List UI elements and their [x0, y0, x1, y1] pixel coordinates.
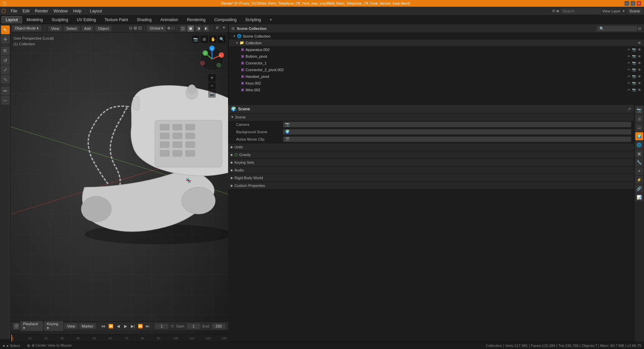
collection-expand[interactable]: ▼	[235, 41, 238, 45]
annotate-tool-button[interactable]: ✏	[1, 87, 10, 95]
expand-panel-btn[interactable]: ↗	[627, 106, 631, 112]
frame-numbers[interactable]: 1 10 20 30 40 50 60 70 80 90 100 110 120…	[11, 334, 228, 342]
filter-icon-outliner[interactable]: ⊟	[638, 26, 641, 31]
marker-dropdown[interactable]: Marker	[79, 323, 96, 329]
gravity-checkbox[interactable]: ☑	[234, 153, 238, 157]
play-button[interactable]: ▶	[122, 323, 129, 330]
jump-start-button[interactable]: ⏮	[100, 323, 107, 330]
step-forward-button[interactable]: ▶|	[129, 323, 136, 330]
menu-window[interactable]: Window	[51, 8, 70, 14]
menu-file[interactable]: File	[8, 8, 20, 14]
tab-animation[interactable]: Animation	[156, 16, 182, 23]
eye-icon-handset[interactable]: 👁	[638, 74, 641, 79]
tab-compositing[interactable]: Compositing	[210, 16, 241, 23]
shading-wire[interactable]: ◫	[179, 26, 186, 32]
prev-keyframe-button[interactable]: ⏪	[107, 323, 114, 330]
outliner-row-scene-collection[interactable]: ▼ 🌐 Scene Collection	[229, 33, 644, 40]
camera-value[interactable]: 📷	[283, 122, 631, 127]
step-back-button[interactable]: ◀	[115, 323, 121, 330]
prop-tab-physics[interactable]: ⚡	[635, 176, 643, 184]
outliner-row-connector2[interactable]: ▣ Connector_2_pivot.002 ✏ 📷 👁	[229, 66, 644, 73]
eye-icon-connector1[interactable]: 👁	[638, 61, 641, 65]
move-tool-button[interactable]: ⇱	[1, 47, 10, 55]
camera-icon-connector1[interactable]: 📷	[632, 61, 636, 65]
scene-section-header[interactable]: ▼ Scene	[228, 113, 634, 121]
tab-modeling[interactable]: Modeling	[22, 16, 47, 23]
viewport-icon-4[interactable]: □	[172, 26, 174, 32]
viewport-icon-2[interactable]: ⊞	[133, 26, 137, 32]
camera-icon-wire[interactable]: 📷	[632, 88, 636, 92]
scene-dropdown[interactable]: Scene	[627, 8, 643, 14]
tab-layout[interactable]: Layout	[1, 16, 22, 23]
outliner-row-bottom[interactable]: ▣ Bottom_pivot ✏ 📷 👁	[229, 53, 644, 60]
select-menu[interactable]: Select	[64, 26, 79, 31]
camera-icon-keys[interactable]: 📷	[632, 81, 636, 85]
outliner-row-apparatus[interactable]: ▣ Apparatus.002 ✏ 📷 👁	[229, 46, 644, 53]
tab-add[interactable]: +	[265, 16, 276, 23]
edit-icon-keys[interactable]: ✏	[628, 81, 630, 85]
prop-tab-world[interactable]: 🌐	[635, 141, 643, 149]
outliner-search[interactable]	[597, 26, 637, 31]
search-input[interactable]	[561, 8, 601, 14]
camera-icon-handset[interactable]: 📷	[632, 74, 636, 79]
eye-icon-wire[interactable]: 👁	[638, 88, 641, 92]
viewport-icon-1[interactable]: ⊙	[129, 26, 132, 32]
window-buttons[interactable]: — □ ✕	[625, 1, 641, 6]
viewport-3d[interactable]: User Perspective (Local) (1) Collection …	[11, 33, 228, 339]
menu-edit[interactable]: Edit	[20, 8, 32, 14]
edit-icon-connector1[interactable]: ✏	[628, 61, 630, 65]
shading-material[interactable]: ◑	[195, 26, 202, 32]
edit-icon-bottom[interactable]: ✏	[628, 54, 630, 58]
tab-uv-editing[interactable]: UV Editing	[72, 16, 100, 23]
audio-section-header[interactable]: ▶ Audio	[228, 166, 634, 174]
eye-icon-bottom[interactable]: 👁	[638, 54, 641, 58]
cursor-tool-button[interactable]: ✛	[1, 35, 10, 44]
jump-end-button[interactable]: ⏭	[144, 323, 151, 330]
camera-icon-connector2[interactable]: 📷	[632, 68, 636, 72]
tab-shading[interactable]: Shading	[132, 16, 156, 23]
transform-tool-button[interactable]: ⤡	[1, 75, 10, 84]
gravity-section-header[interactable]: ▶ ☑ Gravity	[228, 151, 634, 158]
global-dropdown[interactable]: Global	[147, 26, 166, 32]
eye-icon-keys[interactable]: 👁	[638, 81, 641, 85]
scale-tool-button[interactable]: ⤢	[1, 65, 10, 74]
tab-texture-paint[interactable]: Texture Paint	[100, 16, 132, 23]
keying-sets-section-header[interactable]: ▶ Keying Sets	[228, 159, 634, 166]
rigid-body-section-header[interactable]: ▶ Rigid Body World	[228, 174, 634, 182]
navigation-gizmo[interactable]: X Y Z + − 📷	[199, 46, 225, 72]
tab-rendering[interactable]: Rendering	[182, 16, 210, 23]
end-frame-input[interactable]: 250	[212, 323, 225, 329]
prop-tab-particles[interactable]: ✦	[635, 167, 643, 175]
outliner-row-wire[interactable]: ▣ Wire.002 ✏ 📷 👁	[229, 87, 644, 93]
object-menu[interactable]: Object	[95, 26, 111, 31]
edit-icon-wire[interactable]: ✏	[628, 88, 630, 92]
camera-icon-apparatus[interactable]: 📷	[632, 48, 636, 52]
viewport-camera-icon[interactable]: 📷	[192, 36, 199, 43]
tab-scripting[interactable]: Scripting	[241, 16, 265, 23]
object-mode-dropdown[interactable]: Object Mode	[12, 26, 41, 31]
edit-icon-handset[interactable]: ✏	[628, 74, 630, 79]
normal-icon[interactable]: ⊗	[167, 26, 171, 32]
viewport-zoom-icon[interactable]: 🔍	[218, 36, 225, 43]
prop-tab-view-layer[interactable]: 🗂	[635, 123, 643, 132]
menu-render[interactable]: Render	[32, 8, 51, 14]
eye-icon-apparatus[interactable]: 👁	[638, 48, 641, 52]
add-menu[interactable]: Add	[82, 26, 94, 31]
select-tool-button[interactable]: ↖	[1, 26, 10, 34]
playback-dropdown[interactable]: Playback ▾	[20, 321, 43, 331]
prop-tab-modifier[interactable]: 🔧	[635, 158, 643, 166]
prop-tab-object[interactable]: ▣	[635, 150, 643, 158]
prop-tab-render[interactable]: 📷	[635, 106, 643, 114]
start-frame-input[interactable]: 1	[187, 323, 200, 329]
outliner-row-handset[interactable]: ▣ Handset_pivot ✏ 📷 👁	[229, 73, 644, 80]
outliner-row-keys[interactable]: ▣ Keys.002 ✏ 📷 👁	[229, 80, 644, 87]
prop-tab-constraints[interactable]: 🔗	[635, 185, 643, 193]
minimize-button[interactable]: —	[625, 1, 629, 6]
eye-icon-connector2[interactable]: 👁	[638, 68, 641, 72]
outliner-row-collection[interactable]: ▼ 📁 Collection 👁	[229, 40, 644, 46]
timeline-icon[interactable]: ⏱	[13, 323, 19, 329]
background-scene-value[interactable]: 🌍	[283, 129, 631, 135]
active-movie-clip-value[interactable]: 🎬	[283, 137, 631, 142]
eye-icon-collection[interactable]: 👁	[638, 41, 641, 45]
rotate-tool-button[interactable]: ↺	[1, 56, 10, 65]
